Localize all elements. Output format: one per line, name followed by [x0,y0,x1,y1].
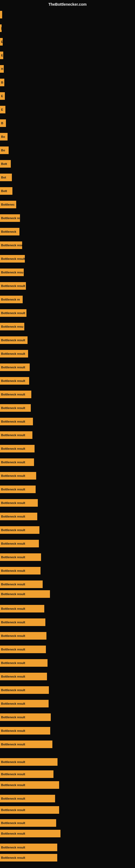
bar-label-28: Bottleneck result [1,379,25,382]
site-title: TheBottlenecker.com [48,2,87,6]
bar-label-4: E [1,54,3,57]
bar-item-45: Bottleneck result [0,605,44,613]
bar-item-24: Bottleneck resu [0,323,24,330]
bar-label-23: Bottleneck result [1,311,25,315]
bar-item-20: Bottleneck resu [0,269,24,276]
bar-item-2: | [0,24,2,32]
bar-label-2: | [1,27,2,30]
bar-label-63: Bottleneck result [1,846,25,849]
bar-item-19: Bottleneck result [0,255,25,262]
bar-label-11: Bo [1,149,5,152]
bar-label-33: Bottleneck result [1,447,25,450]
bar-label-30: Bottleneck result [1,406,25,410]
bar-label-8: E [1,108,3,111]
bar-item-62: Bottleneck result [0,830,60,837]
bar-label-36: Bottleneck result [1,488,25,491]
bar-item-13: Bot [0,174,12,181]
bar-item-47: Bottleneck result [0,632,46,640]
bar-label-55: Bottleneck result [1,743,25,746]
bar-item-8: E [0,106,5,113]
bar-item-46: Bottleneck result [0,618,45,626]
bar-label-22: Bottleneck re [1,298,20,301]
bar-item-38: Bottleneck result [0,513,37,520]
bar-label-37: Bottleneck result [1,501,25,504]
bar-label-34: Bottleneck result [1,461,25,464]
bar-label-54: Bottleneck result [1,729,25,733]
bar-item-18: Bottleneck resu [0,241,22,249]
bar-item-59: Bottleneck result [0,795,55,802]
bar-item-56: Bottleneck result [0,758,57,766]
bar-label-5: H [1,67,3,70]
bar-label-15: Bottlenec [1,203,14,206]
bar-item-10: Bo [0,133,8,141]
bar-label-40: Bottleneck result [1,542,25,545]
bar-item-28: Bottleneck result [0,377,29,384]
bar-item-27: Bottleneck result [0,364,30,371]
bar-label-19: Bottleneck result [1,257,25,260]
bar-item-25: Bottleneck result [0,336,28,344]
bar-item-6: B [0,79,4,86]
bar-label-20: Bottleneck resu [1,271,24,274]
bar-label-26: Bottleneck result [1,352,25,355]
bar-label-24: Bottleneck resu [1,325,24,328]
bar-label-3: E [1,40,3,43]
bar-item-34: Bottleneck result [0,458,34,466]
bar-label-39: Bottleneck result [1,528,25,532]
bar-label-58: Bottleneck result [1,783,25,786]
bar-item-32: Bottleneck result [0,431,32,439]
bar-label-60: Bottleneck result [1,808,25,812]
bar-label-47: Bottleneck result [1,634,25,638]
bar-label-52: Bottleneck result [1,702,25,705]
bar-item-39: Bottleneck result [0,526,39,534]
bar-item-42: Bottleneck result [0,567,41,575]
bar-label-42: Bottleneck result [1,569,25,572]
bar-label-59: Bottleneck result [1,797,25,800]
bar-label-6: B [1,81,3,84]
bar-label-17: Bottleneck [1,230,16,233]
bar-item-1 [0,11,2,19]
bar-item-50: Bottleneck result [0,673,47,680]
bar-label-48: Bottleneck result [1,648,25,651]
bar-item-35: Bottleneck result [0,472,36,479]
bar-label-43: Bottleneck result [1,583,25,586]
bar-label-29: Bottleneck result [1,393,25,396]
bar-label-50: Bottleneck result [1,675,25,678]
bar-item-44: Bottleneck result [0,590,50,598]
bar-label-10: Bo [1,135,5,138]
bar-label-12: Bott [1,162,7,165]
bar-label-9: B [1,122,3,125]
bar-item-4: E [0,52,3,59]
bar-label-56: Bottleneck result [1,760,25,764]
bar-item-54: Bottleneck result [0,727,50,735]
bar-label-49: Bottleneck result [1,661,25,664]
bar-label-31: Bottleneck result [1,420,25,423]
bar-label-41: Bottleneck result [1,556,25,559]
bar-item-9: B [0,119,6,127]
bar-item-5: H [0,65,4,73]
bar-item-41: Bottleneck result [0,553,41,561]
bar-label-16: Bottleneck re [1,216,20,220]
bar-item-60: Bottleneck result [0,806,59,814]
bar-item-7: E [0,92,5,100]
bar-item-23: Bottleneck result [0,309,27,317]
bar-item-49: Bottleneck result [0,659,48,667]
bar-label-38: Bottleneck result [1,515,25,518]
bar-label-53: Bottleneck result [1,716,25,719]
bar-label-57: Bottleneck result [1,773,25,776]
bar-item-52: Bottleneck result [0,700,49,707]
bar-label-21: Bottleneck result [1,284,25,287]
bar-label-51: Bottleneck result [1,688,25,692]
bar-label-44: Bottleneck result [1,592,25,596]
bar-item-29: Bottleneck result [0,391,31,398]
bar-item-14: Bott [0,187,12,195]
bar-item-16: Bottleneck re [0,214,20,222]
bar-item-40: Bottleneck result [0,540,39,547]
bar-item-37: Bottleneck result [0,499,38,507]
bar-item-21: Bottleneck result [0,282,26,290]
bar-label-27: Bottleneck result [1,366,25,369]
bar-item-64: Bottleneck result [0,854,57,862]
bar-label-61: Bottleneck result [1,822,25,825]
bar-item-26: Bottleneck result [0,350,28,358]
bar-label-13: Bot [1,176,6,179]
bar-item-11: Bo [0,147,9,154]
